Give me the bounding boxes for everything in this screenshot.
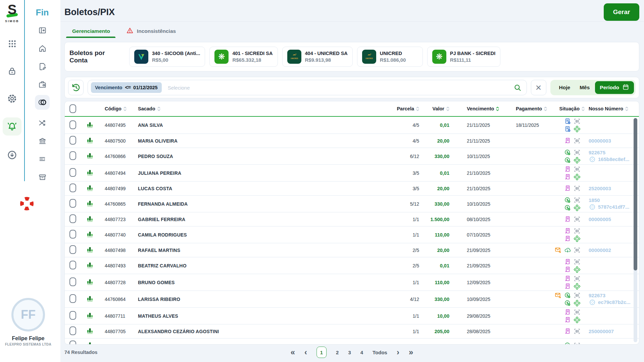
boleto-chart-icon[interactable]: [86, 200, 94, 208]
barcode-icon[interactable]: [573, 227, 581, 235]
transfer-shuffle-icon[interactable]: [38, 118, 47, 128]
lock-icon[interactable]: [7, 66, 17, 76]
row-checkbox[interactable]: [69, 168, 76, 177]
barcode-icon[interactable]: [573, 292, 581, 299]
paid-check-icon[interactable]: $: [564, 157, 571, 164]
column-header-vencimento[interactable]: Vencimento: [449, 106, 513, 111]
generate-button[interactable]: Gerar: [604, 3, 639, 21]
table-row[interactable]: 44807499LUCAS COSTA3/520,0021/10/2025252…: [65, 181, 639, 195]
search-icon[interactable]: [513, 84, 522, 92]
boleto-chart-icon[interactable]: [86, 121, 94, 130]
column-header-situa-o[interactable]: Situação: [557, 106, 589, 111]
barcode-icon[interactable]: [573, 309, 581, 316]
range-month-button[interactable]: Mês: [576, 85, 594, 91]
barcode-icon[interactable]: [573, 166, 581, 173]
previous-page-button[interactable]: ‹: [304, 348, 307, 356]
row-checkbox[interactable]: [69, 199, 76, 208]
table-row[interactable]: 44760865FERNANDA ALMEIDA5/12330,0010/10/…: [65, 195, 639, 212]
receipt-icon[interactable]: [564, 235, 571, 242]
row-checkbox[interactable]: [69, 261, 76, 269]
row-checkbox[interactable]: [69, 311, 76, 320]
cloud-download-icon[interactable]: [564, 247, 571, 254]
account-card[interactable]: 340 - SICOOB (Anti...R$5,00: [129, 47, 205, 67]
table-row[interactable]: 44807493BEATRIZ CARVALHO2/50,0121/09/202…: [65, 257, 639, 274]
barcode-icon[interactable]: [573, 275, 581, 282]
paid-check-icon[interactable]: $: [564, 292, 571, 299]
document-check-icon[interactable]: [564, 125, 571, 133]
clear-filter-icon[interactable]: ×: [531, 80, 546, 95]
pix-icon[interactable]: [573, 235, 581, 242]
boleto-chart-icon[interactable]: [86, 184, 94, 193]
column-header-nosso-n-mero[interactable]: Nosso Número: [589, 106, 639, 111]
table-row[interactable]: 44807723GABRIEL FERREIRA1/11.500,0008/10…: [65, 212, 639, 226]
conciliation-circles-icon[interactable]: [35, 95, 50, 110]
receipt-icon[interactable]: [564, 166, 571, 173]
pix-icon[interactable]: [573, 283, 581, 290]
paid-check-icon[interactable]: $: [564, 300, 571, 307]
account-card[interactable]: UNICRED404 - UNICRED SAR$9.913,98: [282, 47, 353, 67]
row-checkbox[interactable]: [69, 326, 76, 335]
boleto-chart-icon[interactable]: [86, 152, 94, 160]
page-2-button[interactable]: 2: [336, 350, 339, 355]
table-row[interactable]: 44807705ALEXSANDRO CEZÁRIO AGOSTINI1/120…: [65, 324, 639, 338]
filter-chip-vencimento[interactable]: Vencimento <= 01/12/2025: [91, 82, 162, 93]
receipt-icon[interactable]: [564, 316, 571, 323]
row-checkbox[interactable]: [69, 294, 76, 303]
receipt-icon[interactable]: [564, 216, 571, 223]
first-page-button[interactable]: «: [291, 348, 295, 356]
barcode-icon[interactable]: [573, 258, 581, 265]
download-icon[interactable]: [7, 150, 17, 160]
row-checkbox[interactable]: [69, 230, 76, 239]
tab-gerenciamento[interactable]: Gerenciamento: [72, 28, 110, 34]
last-page-button[interactable]: »: [409, 348, 413, 356]
receipt-icon[interactable]: [564, 227, 571, 235]
pix-icon[interactable]: [573, 204, 581, 211]
table-row[interactable]: 44807494JULIANA PEREIRA3/50,0121/10/2025: [65, 164, 639, 181]
boleto-chart-icon[interactable]: [86, 215, 94, 223]
receipt-icon[interactable]: [564, 173, 571, 180]
row-checkbox[interactable]: [69, 136, 76, 145]
table-row[interactable]: 44807740CAMILA RODRIGUES1/1110,0007/10/2…: [65, 226, 639, 243]
archive-box-icon[interactable]: [38, 172, 47, 182]
email-sent-icon[interactable]: [554, 292, 562, 299]
boleto-chart-icon[interactable]: [86, 246, 94, 254]
receipt-icon[interactable]: [564, 137, 571, 144]
select-all-checkbox[interactable]: [69, 104, 76, 113]
page-3-button[interactable]: 3: [348, 350, 351, 355]
page-4-button[interactable]: 4: [360, 350, 363, 355]
barcode-icon[interactable]: [573, 247, 581, 254]
paid-check-icon[interactable]: $: [564, 149, 571, 156]
boleto-chart-icon[interactable]: [86, 278, 94, 287]
help-lifebuoy-icon[interactable]: [19, 196, 35, 213]
document-edit-icon[interactable]: [38, 61, 47, 71]
panel-expand-icon[interactable]: [38, 25, 47, 35]
apps-grid-icon[interactable]: [8, 38, 17, 49]
history-icon[interactable]: [68, 80, 84, 95]
next-page-button[interactable]: ›: [397, 348, 399, 356]
boleto-chart-icon[interactable]: [86, 327, 94, 335]
row-checkbox[interactable]: [69, 341, 76, 345]
filter-input[interactable]: Vencimento <= 01/12/2025 Selecione: [88, 80, 527, 95]
column-header-c-digo[interactable]: Código: [100, 106, 138, 111]
table-row[interactable]: 44760864LARISSA RIBEIRO4/12330,0010/09/2…: [65, 291, 639, 307]
report-lines-icon[interactable]: [38, 154, 47, 164]
paid-check-icon[interactable]: $: [564, 197, 571, 204]
boleto-chart-icon[interactable]: [86, 230, 94, 239]
boleto-chart-icon[interactable]: [86, 312, 94, 320]
barcode-icon[interactable]: [573, 328, 581, 335]
pix-icon[interactable]: [573, 300, 581, 307]
account-card[interactable]: UNICREDUNICREDR$1.086,00: [357, 47, 423, 67]
table-row[interactable]: 44807495ANA SILVA4/50,0121/11/202518/11/…: [65, 117, 639, 134]
table-row[interactable]: 44807500MARIA OLIVEIRA4/520,0021/11/2025…: [65, 134, 639, 148]
row-checkbox[interactable]: [69, 277, 76, 286]
barcode-icon[interactable]: [573, 342, 581, 345]
pix-icon[interactable]: [573, 173, 581, 180]
column-header-pagamento[interactable]: Pagamento: [513, 106, 557, 111]
gear-icon[interactable]: [7, 93, 17, 104]
table-row[interactable]: 44807498RAFAEL MARTINS2/520,0021/09/2025…: [65, 243, 639, 257]
table-row[interactable]: $: [65, 338, 639, 345]
table-row[interactable]: 44760866PEDRO SOUZA6/12330,0010/11/2025$…: [65, 148, 639, 164]
simob-logo[interactable]: S SIMOB: [4, 3, 20, 23]
row-checkbox[interactable]: [69, 151, 76, 160]
receipt-icon[interactable]: [564, 283, 571, 290]
